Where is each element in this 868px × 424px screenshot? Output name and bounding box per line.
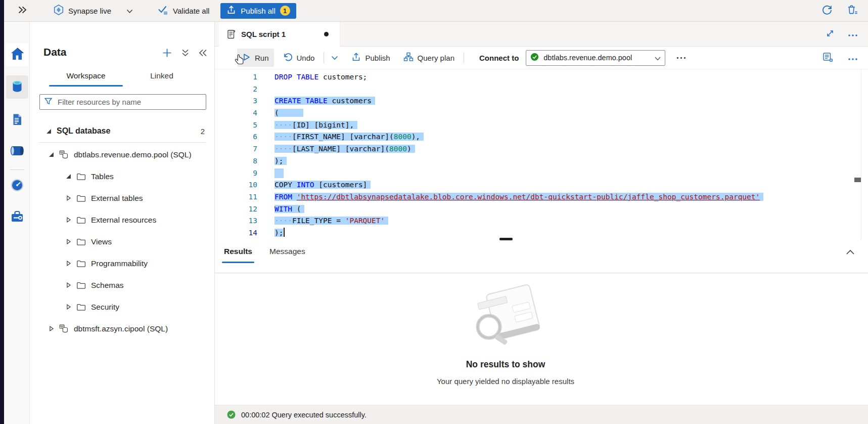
line-number[interactable]: 4: [215, 107, 257, 119]
collapse-panel-icon[interactable]: [199, 49, 207, 57]
collapsed-twisty-icon[interactable]: [65, 282, 71, 288]
line-number[interactable]: 10: [215, 179, 257, 191]
collapsed-twisty-icon[interactable]: [65, 195, 71, 201]
toolbar-more-icon[interactable]: [676, 57, 686, 59]
collapsed-twisty-icon[interactable]: [65, 261, 71, 266]
properties-icon[interactable]: [823, 52, 834, 64]
collapse-all-icon[interactable]: [181, 49, 190, 57]
play-icon: [242, 53, 251, 63]
tab-more-actions-icon[interactable]: [848, 30, 858, 39]
tree-item-external-resources[interactable]: External resources: [30, 209, 215, 231]
document-icon: [11, 113, 24, 129]
folder-icon: [76, 303, 86, 311]
folder-icon: [76, 194, 86, 202]
nav-manage-button[interactable]: [6, 206, 28, 229]
tab-linked[interactable]: Linked: [124, 71, 200, 87]
expand-editor-icon[interactable]: [826, 29, 835, 40]
tab-results[interactable]: Results: [224, 247, 252, 263]
line-number[interactable]: 6: [215, 131, 257, 143]
publish-button[interactable]: Publish: [346, 49, 395, 67]
success-check-icon: [227, 410, 236, 419]
tree-item-security[interactable]: Security: [30, 296, 215, 318]
tab-workspace[interactable]: Workspace: [48, 71, 124, 87]
sql-code-editor[interactable]: 1234567891011121314 DROP TABLE customers…: [215, 69, 868, 240]
publish-all-label: Publish all: [241, 7, 275, 15]
filter-box: [39, 94, 206, 110]
tree-item-label: dbtmsft.azsyn.cipool (SQL): [74, 324, 168, 333]
tree-item-dbtlabs-revenue-demo-pool-sql-[interactable]: dbtlabs.revenue.demo.pool (SQL): [30, 144, 215, 165]
add-resource-button[interactable]: [162, 48, 172, 58]
upload-icon: [226, 5, 236, 16]
code-lines[interactable]: DROP TABLE customers;CREATE TABLE custom…: [275, 71, 868, 239]
database-icon: [59, 324, 69, 333]
code-line-3: CREATE TABLE customers: [275, 95, 868, 107]
validate-all-button[interactable]: Validate all: [157, 5, 209, 17]
collapse-results-chevron[interactable]: [846, 248, 855, 257]
tree-item-tables[interactable]: Tables: [30, 165, 215, 187]
line-number[interactable]: 1: [215, 71, 257, 83]
run-options-chevron[interactable]: [328, 56, 341, 60]
tree-item-views[interactable]: Views: [30, 231, 215, 252]
collapsed-twisty-icon[interactable]: [65, 217, 71, 223]
filter-resources-input[interactable]: [57, 97, 202, 107]
collapsed-twisty-icon[interactable]: [48, 326, 54, 331]
expand-header-button[interactable]: [17, 6, 27, 16]
tree-item-external-tables[interactable]: External tables: [30, 187, 215, 209]
tree-item-dbtmsft-azsyn-cipool-sql-[interactable]: dbtmsft.azsyn.cipool (SQL): [30, 318, 215, 340]
run-button[interactable]: Run: [237, 49, 274, 67]
code-line-14: );: [275, 227, 868, 239]
tab-sql-script-1[interactable]: SQL script 1: [219, 22, 340, 47]
nav-develop-button[interactable]: [6, 109, 28, 132]
database-icon: [59, 150, 69, 159]
tree-item-label: dbtlabs.revenue.demo.pool (SQL): [74, 150, 192, 159]
synapse-studio-window: Synapse live Validate all Publish all 1: [0, 0, 868, 424]
database-cylinder-icon: [10, 79, 24, 96]
pipeline-icon: [10, 145, 25, 159]
publish-all-button[interactable]: Publish all 1: [220, 3, 296, 19]
tree-item-programmability[interactable]: Programmability: [30, 252, 215, 274]
double-chevron-right-icon: [17, 6, 27, 16]
line-number[interactable]: 3: [215, 95, 257, 107]
sql-database-section[interactable]: SQL database 2: [30, 122, 215, 140]
line-number[interactable]: 12: [215, 203, 257, 216]
section-divider: [39, 142, 206, 143]
undo-button[interactable]: Undo: [278, 49, 320, 67]
line-number[interactable]: 5: [215, 119, 257, 132]
panel-splitter-handle[interactable]: [499, 238, 513, 240]
code-line-1: DROP TABLE customers;: [275, 71, 868, 83]
code-line-8: );: [275, 155, 868, 167]
query-plan-button[interactable]: Query plan: [398, 49, 460, 67]
line-number[interactable]: 13: [215, 215, 257, 227]
line-number[interactable]: 9: [215, 167, 257, 180]
line-number[interactable]: 11: [215, 191, 257, 203]
line-number[interactable]: 2: [215, 83, 257, 96]
expanded-twisty-icon[interactable]: [65, 174, 71, 179]
collapsed-twisty-icon[interactable]: [65, 304, 71, 310]
code-line-10: COPY INTO [customers]: [275, 179, 868, 191]
editor-more-icon[interactable]: [848, 54, 858, 62]
nav-monitor-button[interactable]: [6, 175, 28, 198]
discard-all-button[interactable]: [846, 4, 859, 19]
tab-messages[interactable]: Messages: [269, 247, 305, 263]
expanded-twisty-icon[interactable]: [46, 129, 52, 134]
connect-to-pool-dropdown[interactable]: dbtlabs.revenue.demo.pool: [526, 50, 665, 66]
expanded-twisty-icon[interactable]: [48, 152, 54, 157]
connect-to-label: Connect to: [479, 54, 519, 62]
line-number-gutter[interactable]: 1234567891011121314: [215, 71, 275, 239]
refresh-button[interactable]: [820, 4, 834, 19]
panel-title: Data: [43, 46, 67, 58]
tree-item-label: External resources: [91, 216, 156, 225]
nav-integrate-button[interactable]: [6, 140, 28, 163]
synapse-live-selector[interactable]: Synapse live: [53, 4, 133, 17]
editor-scrollbar-thumb[interactable]: [854, 178, 861, 182]
no-results-illustration: [215, 280, 796, 353]
tree-item-schemas[interactable]: Schemas: [30, 274, 215, 296]
line-number[interactable]: 7: [215, 143, 257, 155]
collapsed-twisty-icon[interactable]: [65, 239, 71, 244]
publish-count-badge: 1: [280, 6, 290, 16]
line-number[interactable]: 8: [215, 155, 257, 167]
publish-label: Publish: [365, 54, 390, 62]
nav-data-button[interactable]: [6, 75, 28, 99]
line-number[interactable]: 14: [215, 227, 257, 239]
nav-home-button[interactable]: [6, 43, 28, 66]
